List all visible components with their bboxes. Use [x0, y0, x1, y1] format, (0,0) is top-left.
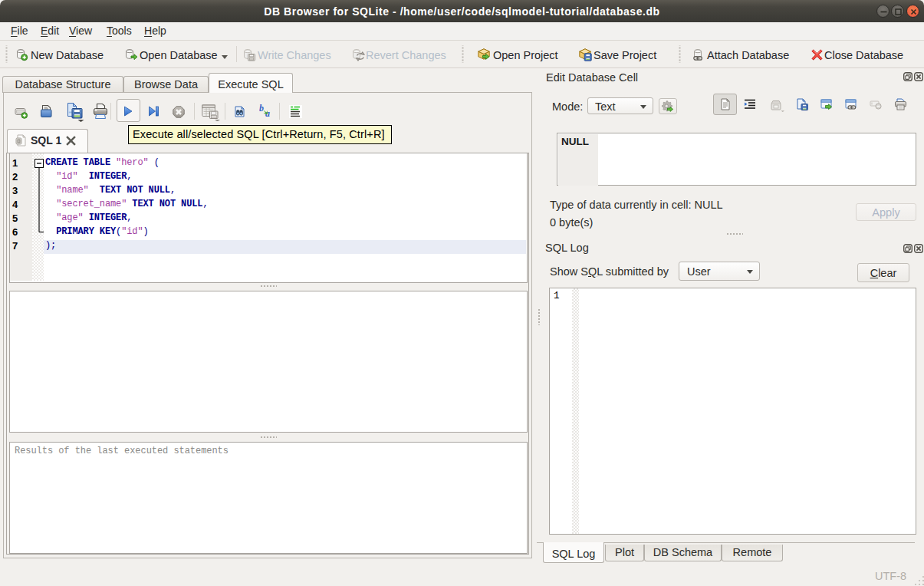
svg-text:b: b: [259, 104, 264, 114]
